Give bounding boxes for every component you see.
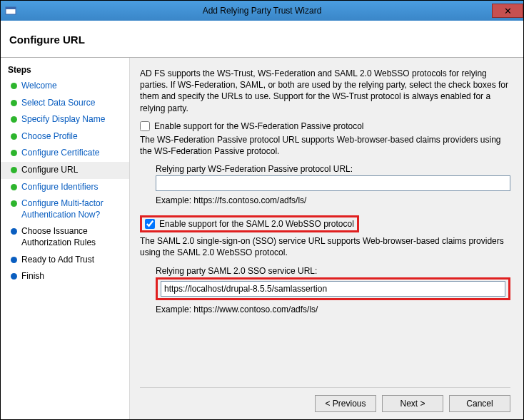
saml-enable-checkbox[interactable] bbox=[145, 219, 155, 229]
page-title: Configure URL bbox=[9, 34, 515, 46]
step-configure-certificate[interactable]: Configure Certificate bbox=[1, 145, 129, 162]
step-choose-issuance-rules[interactable]: Choose Issuance Authorization Rules bbox=[1, 223, 129, 251]
step-bullet-icon bbox=[11, 200, 17, 207]
wizard-footer: < Previous Next > Cancel bbox=[140, 387, 510, 412]
step-link[interactable]: Configure Identifiers bbox=[21, 182, 98, 193]
step-configure-identifiers[interactable]: Configure Identifiers bbox=[1, 179, 129, 196]
step-link[interactable]: Welcome bbox=[21, 81, 57, 92]
step-finish[interactable]: Finish bbox=[1, 268, 129, 285]
step-link[interactable]: Select Data Source bbox=[21, 98, 95, 109]
step-bullet-icon bbox=[11, 184, 17, 190]
wsfed-url-input[interactable] bbox=[156, 175, 510, 191]
step-bullet-icon bbox=[11, 273, 17, 280]
step-link[interactable]: Configure Certificate bbox=[21, 148, 99, 159]
intro-text: AD FS supports the WS-Trust, WS-Federati… bbox=[140, 68, 510, 114]
wsfed-desc: The WS-Federation Passive protocol URL s… bbox=[140, 134, 510, 157]
saml-example: Example: https://www.contoso.com/adfs/ls… bbox=[156, 304, 510, 314]
steps-title: Steps bbox=[1, 62, 129, 78]
close-button[interactable]: ✕ bbox=[492, 4, 523, 18]
saml-url-highlight bbox=[156, 277, 510, 300]
step-bullet-icon bbox=[11, 83, 17, 89]
step-link[interactable]: Specify Display Name bbox=[21, 114, 105, 126]
step-configure-url[interactable]: Configure URL bbox=[1, 162, 129, 179]
step-choose-profile[interactable]: Choose Profile bbox=[1, 128, 129, 145]
saml-checkbox-label: Enable support for the SAML 2.0 WebSSO p… bbox=[159, 219, 354, 229]
wsfed-enable-checkbox[interactable] bbox=[140, 121, 150, 131]
step-bullet-icon bbox=[11, 228, 17, 235]
step-link[interactable]: Choose Profile bbox=[21, 131, 78, 143]
step-label: Finish bbox=[21, 271, 44, 282]
step-bullet-icon bbox=[11, 116, 17, 123]
step-ready-to-add[interactable]: Ready to Add Trust bbox=[1, 252, 129, 269]
step-configure-mfa[interactable]: Configure Multi-factor Authentication No… bbox=[1, 195, 129, 223]
steps-sidebar: Steps Welcome Select Data Source Specify… bbox=[1, 58, 129, 419]
step-specify-display-name[interactable]: Specify Display Name bbox=[1, 111, 129, 128]
cancel-button[interactable]: Cancel bbox=[449, 395, 510, 412]
content-panel: AD FS supports the WS-Trust, WS-Federati… bbox=[129, 58, 523, 419]
wsfed-checkbox-row: Enable support for the WS-Federation Pas… bbox=[140, 121, 510, 131]
svg-rect-1 bbox=[6, 7, 16, 9]
wsfed-checkbox-label: Enable support for the WS-Federation Pas… bbox=[154, 121, 363, 131]
wsfed-url-label: Relying party WS-Federation Passive prot… bbox=[156, 164, 510, 174]
saml-url-label: Relying party SAML 2.0 SSO service URL: bbox=[156, 266, 510, 276]
previous-button[interactable]: < Previous bbox=[315, 395, 376, 412]
step-bullet-icon bbox=[11, 150, 17, 156]
step-label: Choose Issuance Authorization Rules bbox=[21, 226, 122, 248]
step-welcome[interactable]: Welcome bbox=[1, 78, 129, 95]
window-title: Add Relying Party Trust Wizard bbox=[1, 6, 523, 16]
step-bullet-icon bbox=[11, 133, 17, 140]
step-bullet-icon bbox=[11, 100, 17, 106]
wsfed-example: Example: https://fs.contoso.com/adfs/ls/ bbox=[156, 195, 510, 205]
titlebar: Add Relying Party Trust Wizard ✕ bbox=[1, 1, 523, 21]
saml-checkbox-highlight: Enable support for the SAML 2.0 WebSSO p… bbox=[140, 215, 359, 232]
app-icon bbox=[5, 5, 16, 16]
step-bullet-icon bbox=[11, 257, 17, 263]
step-select-data-source[interactable]: Select Data Source bbox=[1, 95, 129, 112]
saml-url-input[interactable] bbox=[161, 281, 505, 297]
body: Steps Welcome Select Data Source Specify… bbox=[1, 58, 523, 419]
page-header: Configure URL bbox=[1, 21, 523, 53]
step-label: Ready to Add Trust bbox=[21, 255, 94, 266]
step-bullet-icon bbox=[11, 167, 17, 173]
saml-desc: The SAML 2.0 single-sign-on (SSO) servic… bbox=[140, 235, 510, 258]
step-label: Configure URL bbox=[21, 165, 78, 176]
wizard-window: Add Relying Party Trust Wizard ✕ Configu… bbox=[0, 0, 524, 420]
next-button[interactable]: Next > bbox=[382, 395, 443, 412]
step-link[interactable]: Configure Multi-factor Authentication No… bbox=[21, 198, 122, 220]
close-icon: ✕ bbox=[504, 6, 512, 16]
